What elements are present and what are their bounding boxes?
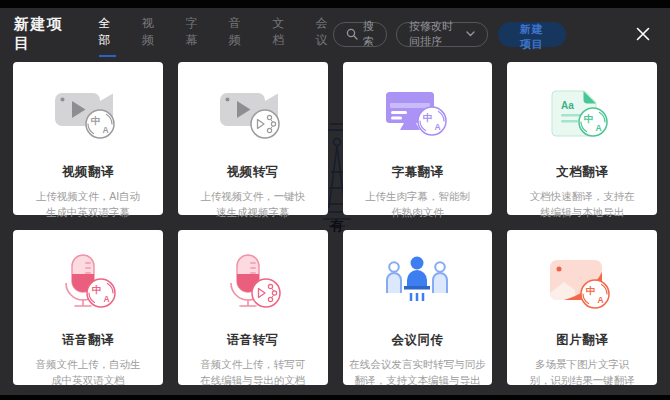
document-translate-icon: Aa 中 A	[507, 84, 657, 152]
card-audio-translate[interactable]: 中 A 语音翻译音频文件上传，自动生 成中英双语文档	[13, 230, 163, 385]
search-button[interactable]: 搜索	[333, 22, 387, 47]
meeting-icon	[343, 252, 493, 320]
close-icon[interactable]	[636, 25, 650, 43]
tab-meeting[interactable]: 会议	[316, 15, 333, 57]
card-description: 音频文件上传，转写可 在线编辑与导出的文档	[183, 356, 323, 389]
svg-text:Aa: Aa	[561, 100, 574, 111]
sort-dropdown[interactable]: 按修改时间排序	[396, 22, 487, 47]
svg-text:中: 中	[91, 115, 101, 126]
video-translate-icon: 中 A	[13, 84, 163, 152]
svg-text:中: 中	[423, 112, 433, 123]
card-document-translate[interactable]: Aa 中 A 文档翻译文档快速翻译，支持在 线编辑与本地导出	[507, 62, 657, 215]
card-image-translate[interactable]: 中 A 图片翻译多场景下图片文字识 别，识别结果一键翻译	[507, 230, 657, 385]
card-description: 多场景下图片文字识 别，识别结果一键翻译	[512, 356, 652, 389]
image-translate-icon: 中 A	[507, 252, 657, 320]
video-transcribe-icon	[178, 84, 328, 152]
svg-text:A: A	[598, 295, 604, 305]
search-icon	[346, 28, 358, 40]
subtitle-translate-icon: 中 A	[343, 84, 493, 152]
card-description: 上传生肉字幕，智能制 作熟肉文件	[347, 188, 487, 221]
card-title: 会议同传	[343, 332, 493, 349]
chevron-down-icon	[466, 31, 475, 37]
new-project-modal: 有 新建项目 全部视频字幕音频文档会议 搜索 按修改时间排序 新建项目	[0, 0, 670, 400]
page-title: 新建项目	[14, 15, 71, 53]
header-controls: 搜索 按修改时间排序 新建项目	[333, 22, 654, 47]
svg-text:中: 中	[92, 284, 102, 295]
tab-subtitle[interactable]: 字幕	[185, 15, 202, 57]
card-audio-transcribe[interactable]: 语音转写音频文件上传，转写可 在线编辑与导出的文档	[178, 230, 328, 385]
card-description: 上传视频文件，一键快 速生成视频字幕	[183, 188, 323, 221]
modal-header: 新建项目 全部视频字幕音频文档会议 搜索 按修改时间排序 新建项目	[0, 8, 670, 60]
tab-audio[interactable]: 音频	[229, 15, 246, 57]
card-title: 视频翻译	[13, 164, 163, 181]
card-video-transcribe[interactable]: 视频转写上传视频文件，一键快 速生成视频字幕	[178, 62, 328, 215]
card-subtitle-translate[interactable]: 中 A 字幕翻译上传生肉字幕，智能制 作熟肉文件	[343, 62, 493, 215]
letterbox-top	[0, 0, 670, 8]
tab-all[interactable]: 全部	[99, 15, 116, 57]
card-description: 音频文件上传，自动生 成中英双语文档	[18, 356, 158, 389]
letterbox-bottom	[0, 395, 670, 400]
card-title: 文档翻译	[507, 164, 657, 181]
svg-text:中: 中	[584, 113, 594, 124]
new-project-button[interactable]: 新建项目	[498, 22, 567, 47]
card-title: 字幕翻译	[343, 164, 493, 181]
category-tabs: 全部视频字幕音频文档会议	[99, 15, 334, 57]
card-description: 上传视频文件，AI自动 生成中英双语字幕	[18, 188, 158, 221]
svg-text:A: A	[596, 123, 602, 133]
card-description: 在线会议发言实时转写与同步 翻译，支持文本编辑与导出	[347, 356, 487, 389]
audio-translate-icon: 中 A	[13, 252, 163, 320]
card-meeting-interpret[interactable]: 会议同传在线会议发言实时转写与同步 翻译，支持文本编辑与导出	[343, 230, 493, 385]
svg-text:中: 中	[586, 285, 596, 296]
svg-text:A: A	[435, 122, 441, 132]
audio-transcribe-icon	[178, 252, 328, 320]
card-title: 语音翻译	[13, 332, 163, 349]
card-title: 图片翻译	[507, 332, 657, 349]
card-title: 视频转写	[178, 164, 328, 181]
card-description: 文档快速翻译，支持在 线编辑与本地导出	[512, 188, 652, 221]
tab-document[interactable]: 文档	[272, 15, 289, 57]
project-type-grid: 中 A 视频翻译上传视频文件，AI自动 生成中英双语字幕 视频转写上传视频文件，…	[13, 62, 657, 385]
card-title: 语音转写	[178, 332, 328, 349]
sort-label: 按修改时间排序	[409, 19, 460, 49]
search-label: 搜索	[363, 19, 374, 49]
tab-video[interactable]: 视频	[142, 15, 159, 57]
card-video-translate[interactable]: 中 A 视频翻译上传视频文件，AI自动 生成中英双语字幕	[13, 62, 163, 215]
svg-text:A: A	[103, 294, 109, 304]
svg-text:A: A	[102, 125, 108, 135]
